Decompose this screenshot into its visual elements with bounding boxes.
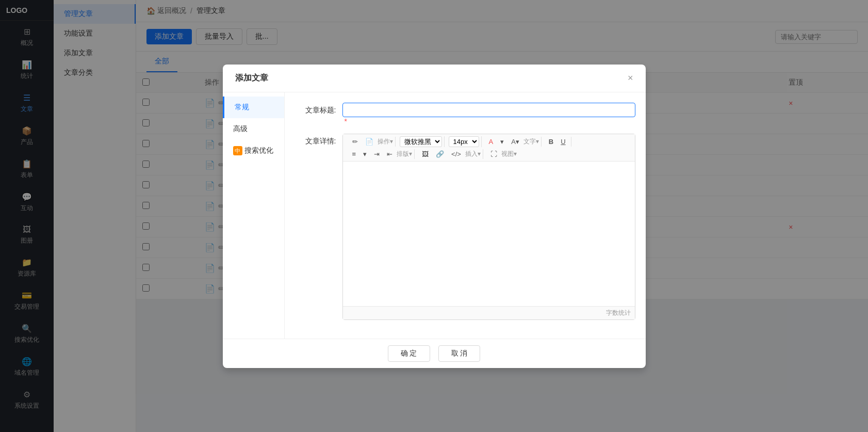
editor-doc-btn[interactable]: 📄 (362, 137, 376, 147)
toolbar-group-format: B U (544, 137, 571, 147)
view-label: 视图▾ (501, 150, 517, 158)
title-input[interactable] (342, 103, 635, 117)
form-input-title: * (342, 103, 635, 125)
editor-underline-btn[interactable]: U (558, 137, 568, 147)
seo-badge: 中 (233, 146, 242, 155)
modal-tab-seo[interactable]: 中搜索优化 (223, 140, 284, 162)
modal-close-button[interactable]: × (628, 73, 633, 84)
editor-color-dropdown-btn[interactable]: ▾ (497, 137, 507, 147)
editor-font-color-btn[interactable]: A (486, 137, 497, 147)
ops-label: 操作▾ (378, 137, 393, 146)
toolbar-group-insert: 🖼 🔗 </> 插入▾ (417, 149, 483, 159)
modal-overlay: 添加文章 × 常规 高级 中搜索优化 文章标题: (0, 0, 868, 432)
toolbar-group-view: ⛶ 视图▾ (485, 149, 519, 159)
modal-tab-normal[interactable]: 常规 (223, 97, 284, 118)
toolbar-group-font: 微软推黑 (398, 136, 445, 147)
rich-text-editor: ✏ 📄 操作▾ 微软推黑 (342, 134, 635, 320)
editor-footer: 字数统计 (343, 306, 635, 319)
form-row-title: 文章标题: * (295, 103, 635, 125)
editor-pencil-btn[interactable]: ✏ (349, 137, 361, 147)
editor-align-dropdown-btn[interactable]: ▾ (360, 149, 370, 159)
cancel-button[interactable]: 取 消 (438, 345, 481, 362)
add-article-modal: 添加文章 × 常规 高级 中搜索优化 文章标题: (223, 65, 646, 368)
font-size-select[interactable]: 14px (449, 136, 479, 147)
editor-toolbar: ✏ 📄 操作▾ 微软推黑 (343, 134, 635, 162)
font-label: 文字▾ (523, 137, 539, 146)
title-required: * (345, 117, 347, 125)
font-name-select[interactable]: 微软推黑 (400, 136, 442, 147)
modal-tab-list: 常规 高级 中搜索优化 (223, 92, 285, 339)
editor-indent-btn[interactable]: ⇥ (371, 149, 383, 159)
modal-title: 添加文章 (235, 73, 268, 84)
form-row-detail: 文章详情: ✏ 📄 操作▾ (295, 134, 635, 320)
modal-tab-advanced[interactable]: 高级 (223, 118, 284, 140)
editor-highlight-btn[interactable]: A▾ (508, 137, 522, 147)
editor-image-btn[interactable]: 🖼 (419, 149, 432, 159)
insert-label: 插入▾ (465, 150, 481, 158)
editor-link-btn[interactable]: 🔗 (433, 149, 447, 159)
editor-bold-btn[interactable]: B (546, 137, 556, 147)
confirm-button[interactable]: 确 定 (388, 345, 430, 362)
form-label-detail: 文章详情: (295, 134, 336, 146)
word-count-label: 字数统计 (606, 309, 631, 316)
editor-fullscreen-btn[interactable]: ⛶ (487, 149, 500, 159)
modal-header: 添加文章 × (223, 65, 646, 92)
editor-code-btn[interactable]: </> (448, 149, 464, 159)
editor-content-area[interactable] (343, 162, 635, 306)
modal-footer: 确 定 取 消 (223, 339, 646, 368)
modal-form-content: 文章标题: * 文章详情: (285, 92, 646, 339)
editor-outdent-btn[interactable]: ⇤ (384, 149, 396, 159)
toolbar-group-size: 14px (447, 136, 482, 147)
toolbar-group-align: ≡ ▾ ⇥ ⇤ 排版▾ (347, 149, 415, 159)
toolbar-group-color: A ▾ A▾ 文字▾ (484, 137, 542, 147)
form-label-title: 文章标题: (295, 103, 336, 115)
editor-align-btn1[interactable]: ≡ (349, 149, 359, 159)
layout-label: 排版▾ (397, 150, 412, 158)
toolbar-group-ops: ✏ 📄 操作▾ (347, 137, 396, 147)
modal-body: 常规 高级 中搜索优化 文章标题: * (223, 92, 646, 339)
